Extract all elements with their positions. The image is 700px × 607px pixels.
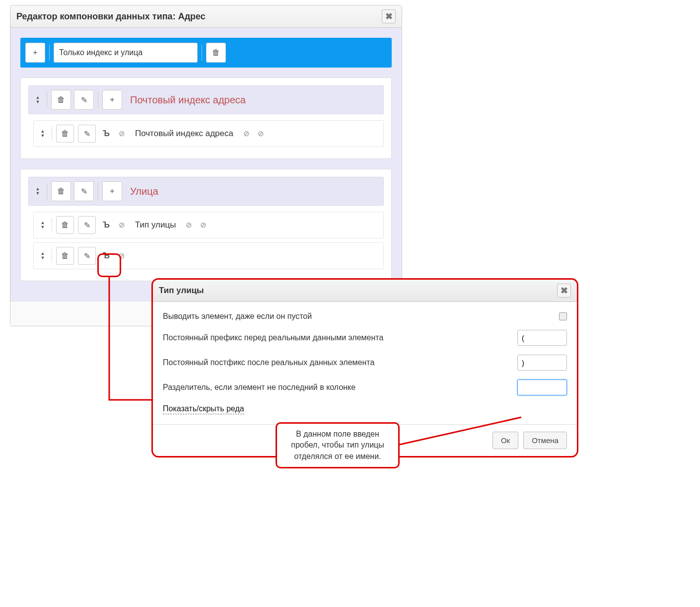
panel-header: Редактор компоновки данных типа: Адрес ✖: [10, 5, 402, 28]
form-row-separator: Разделитель, если элемент не последний в…: [163, 379, 567, 395]
trash-icon: 🗑: [61, 221, 69, 229]
reorder-handle[interactable]: ▲▼: [33, 187, 43, 196]
delete-row-button[interactable]: 🗑: [56, 216, 74, 234]
lock-icon: Ъ: [103, 251, 110, 260]
section-title: Улица: [130, 186, 158, 197]
postfix-label: Постоянный постфикс после реальных данны…: [163, 358, 374, 367]
form-row-postfix: Постоянный постфикс после реальных данны…: [163, 355, 567, 371]
delete-row-button[interactable]: 🗑: [56, 125, 74, 143]
delete-section-button[interactable]: 🗑: [51, 181, 71, 201]
edit-section-button[interactable]: ✎: [74, 90, 94, 110]
section-title: Почтовый индекс адреса: [130, 94, 246, 106]
separator: [52, 249, 52, 263]
edit-section-button[interactable]: ✎: [74, 181, 94, 201]
prefix-label: Постоянный префикс перед реальными данны…: [163, 333, 383, 342]
trash-icon: 🗑: [61, 129, 69, 138]
show-empty-label: Выводить элемент, даже если он пустой: [163, 312, 312, 321]
annotation-callout: В данном поле введен пробел, чтобы тип у…: [276, 422, 400, 468]
layout-name-input[interactable]: [54, 43, 198, 63]
trash-icon: 🗑: [212, 48, 220, 57]
separator: [202, 45, 202, 61]
layout-name-bar: + 🗑: [20, 38, 392, 68]
edit-row-button[interactable]: ✎: [78, 247, 96, 265]
add-layout-button[interactable]: +: [25, 43, 45, 63]
plus-icon: +: [110, 95, 114, 104]
close-icon: ✖: [385, 11, 393, 22]
lock-icon: Ъ: [103, 129, 110, 138]
show-empty-checkbox[interactable]: [559, 312, 567, 320]
separator: [98, 183, 98, 199]
form-row-show-empty: Выводить элемент, даже если он пустой: [163, 312, 567, 321]
toggle-editor-link-wrap: Показать/скрыть реда: [163, 404, 567, 414]
annotation-text: В данном поле введен пробел, чтобы тип у…: [291, 430, 384, 460]
dialog-body: Выводить элемент, даже если он пустой По…: [153, 302, 577, 424]
delete-layout-button[interactable]: 🗑: [206, 43, 226, 63]
plus-icon: +: [110, 187, 114, 196]
section-postal: ▲▼ 🗑 ✎ + Почтовый индекс адреса ▲▼ 🗑 ✎ Ъ…: [20, 77, 392, 159]
delete-section-button[interactable]: 🗑: [51, 90, 71, 110]
ban-icon: ⊘: [119, 129, 125, 138]
trash-icon: 🗑: [61, 251, 69, 260]
reorder-handle[interactable]: ▲▼: [38, 251, 48, 260]
separator: [52, 127, 52, 141]
pencil-icon: ✎: [84, 251, 90, 261]
separator: [47, 92, 47, 108]
prefix-input[interactable]: [517, 330, 567, 346]
section-header: ▲▼ 🗑 ✎ + Улица: [28, 177, 384, 206]
postfix-input[interactable]: [517, 355, 567, 371]
section-header: ▲▼ 🗑 ✎ + Почтовый индекс адреса: [28, 85, 384, 114]
separator-label: Разделитель, если элемент не последний в…: [163, 383, 355, 392]
separator: [52, 218, 52, 232]
plus-icon: +: [33, 48, 37, 57]
field-label: Тип улицы: [135, 220, 176, 230]
reorder-handle[interactable]: ▲▼: [38, 129, 48, 138]
ban-icon: ⊘: [186, 221, 192, 229]
separator-input[interactable]: [517, 379, 567, 395]
field-label: Почтовый индекс адреса: [135, 129, 233, 139]
ban-icon: ⊘: [119, 251, 125, 260]
dialog-title: Тип улицы: [159, 286, 204, 296]
trash-icon: 🗑: [57, 187, 65, 196]
pencil-icon: ✎: [81, 95, 87, 105]
field-row: ▲▼ 🗑 ✎ Ъ ⊘ Почтовый индекс адреса ⊘ ⊘: [33, 120, 384, 147]
pencil-icon: ✎: [84, 129, 90, 139]
ban-icon: ⊘: [119, 221, 125, 229]
dialog-header: Тип улицы ✖: [153, 280, 577, 302]
cancel-button[interactable]: Отмена: [523, 432, 567, 449]
trash-icon: 🗑: [57, 95, 65, 104]
pencil-icon: ✎: [84, 221, 90, 230]
ban-icon: ⊘: [258, 129, 264, 138]
close-button[interactable]: ✖: [382, 9, 396, 23]
panel-title: Редактор компоновки данных типа: Адрес: [16, 11, 206, 22]
edit-row-button[interactable]: ✎: [78, 216, 96, 234]
ban-icon: ⊘: [243, 129, 250, 138]
toggle-editor-link[interactable]: Показать/скрыть реда: [163, 404, 244, 414]
field-row: ▲▼ 🗑 ✎ Ъ ⊘: [33, 242, 384, 269]
delete-row-button[interactable]: 🗑: [56, 247, 74, 265]
panel-body: + 🗑 ▲▼ 🗑 ✎ + Почтовый индекс адреса ▲▼: [10, 28, 402, 301]
ok-button[interactable]: Ок: [492, 432, 518, 449]
add-row-button[interactable]: +: [102, 90, 122, 110]
section-street: ▲▼ 🗑 ✎ + Улица ▲▼ 🗑 ✎ Ъ ⊘ Тип улицы ⊘ ⊘: [20, 169, 392, 281]
separator: [98, 92, 98, 108]
lock-icon: Ъ: [103, 221, 110, 229]
pencil-icon: ✎: [81, 187, 87, 196]
reorder-handle[interactable]: ▲▼: [38, 221, 48, 229]
edit-row-button[interactable]: ✎: [78, 125, 96, 143]
separator: [47, 183, 47, 199]
add-row-button[interactable]: +: [102, 181, 122, 201]
dialog-close-button[interactable]: ✖: [557, 284, 571, 298]
close-icon: ✖: [560, 285, 568, 296]
reorder-handle[interactable]: ▲▼: [33, 95, 43, 104]
form-row-prefix: Постоянный префикс перед реальными данны…: [163, 330, 567, 346]
ban-icon: ⊘: [200, 221, 207, 229]
separator: [49, 45, 50, 61]
field-row: ▲▼ 🗑 ✎ Ъ ⊘ Тип улицы ⊘ ⊘: [33, 212, 384, 238]
